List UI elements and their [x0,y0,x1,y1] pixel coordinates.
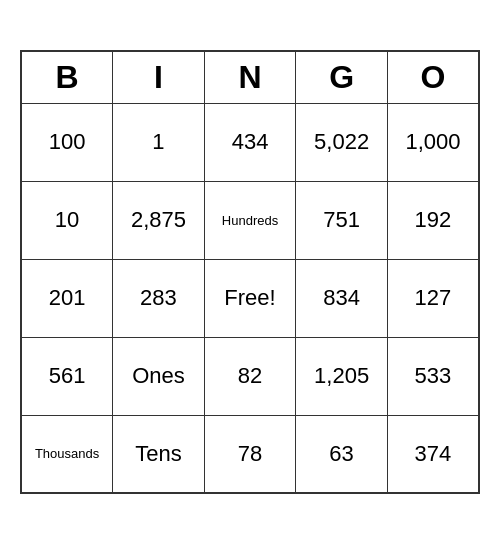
bingo-cell-1-3: 751 [296,181,388,259]
bingo-cell-3-1: Ones [113,337,205,415]
bingo-cell-4-0: Thousands [21,415,113,493]
header-col-n: N [204,51,296,103]
bingo-cell-1-0: 10 [21,181,113,259]
bingo-cell-2-1: 283 [113,259,205,337]
bingo-cell-4-4: 374 [387,415,479,493]
bingo-cell-0-4: 1,000 [387,103,479,181]
bingo-cell-4-2: 78 [204,415,296,493]
bingo-cell-0-0: 100 [21,103,113,181]
bingo-cell-2-3: 834 [296,259,388,337]
bingo-row-3: 561Ones821,205533 [21,337,479,415]
bingo-cell-3-2: 82 [204,337,296,415]
bingo-row-0: 10014345,0221,000 [21,103,479,181]
bingo-cell-3-4: 533 [387,337,479,415]
bingo-cell-1-2: Hundreds [204,181,296,259]
header-col-o: O [387,51,479,103]
bingo-cell-2-0: 201 [21,259,113,337]
bingo-cell-1-1: 2,875 [113,181,205,259]
bingo-cell-2-2: Free! [204,259,296,337]
bingo-cell-3-3: 1,205 [296,337,388,415]
bingo-header-row: BINGO [21,51,479,103]
header-col-b: B [21,51,113,103]
bingo-cell-1-4: 192 [387,181,479,259]
bingo-row-1: 102,875Hundreds751192 [21,181,479,259]
bingo-row-4: ThousandsTens7863374 [21,415,479,493]
bingo-cell-0-2: 434 [204,103,296,181]
bingo-cell-3-0: 561 [21,337,113,415]
bingo-cell-2-4: 127 [387,259,479,337]
bingo-cell-4-3: 63 [296,415,388,493]
bingo-cell-4-1: Tens [113,415,205,493]
bingo-cell-0-1: 1 [113,103,205,181]
bingo-row-2: 201283Free!834127 [21,259,479,337]
bingo-card: BINGO 10014345,0221,000102,875Hundreds75… [20,50,480,494]
bingo-cell-0-3: 5,022 [296,103,388,181]
header-col-i: I [113,51,205,103]
header-col-g: G [296,51,388,103]
